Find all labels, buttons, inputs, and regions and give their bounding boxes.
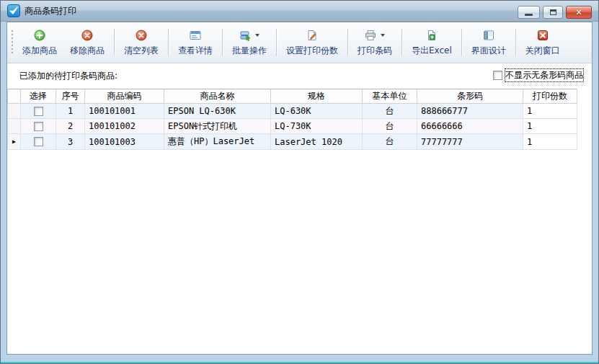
export-excel-icon bbox=[426, 30, 438, 41]
export-excel-button[interactable]: 导出Excel bbox=[405, 25, 458, 61]
toolbar-separator bbox=[222, 29, 223, 56]
checkbox-label: 不显示无条形码商品 bbox=[505, 69, 583, 81]
add-circle-icon bbox=[34, 30, 45, 41]
toolbar: 添加商品 移除商品 清空列表 bbox=[7, 22, 592, 63]
cell-barcode[interactable]: 66666666 bbox=[417, 119, 523, 134]
column-header-select[interactable]: 选择 bbox=[21, 89, 56, 104]
set-copies-icon bbox=[306, 30, 318, 41]
toolbar-separator bbox=[461, 29, 462, 56]
cell-code[interactable]: 100101002 bbox=[85, 119, 164, 134]
batch-operation-button[interactable]: 批量操作 bbox=[226, 25, 273, 61]
table-row[interactable]: 1 100101001 EPSON LQ-630K LQ-630K 台 8886… bbox=[8, 104, 577, 119]
button-label: 关闭窗口 bbox=[525, 45, 560, 57]
button-label: 导出Excel bbox=[412, 45, 452, 57]
batch-icon bbox=[239, 30, 251, 41]
cell-name[interactable]: EPSON针式打印机 bbox=[164, 119, 271, 134]
button-label: 清空列表 bbox=[124, 45, 159, 57]
app-logo-icon bbox=[7, 4, 20, 17]
remove-product-button[interactable]: 移除商品 bbox=[63, 25, 111, 61]
product-table: 选择 序号 商品编码 商品名称 规格 基本单位 条形码 打印份数 1 bbox=[7, 89, 577, 150]
button-label: 移除商品 bbox=[70, 45, 105, 57]
close-window-button[interactable]: 关闭窗口 bbox=[519, 25, 567, 61]
cell-unit[interactable]: 台 bbox=[363, 119, 417, 134]
row-indicator-cell: ▶ bbox=[8, 134, 21, 150]
toolbar-separator bbox=[276, 29, 277, 56]
cell-index[interactable]: 2 bbox=[56, 119, 85, 134]
hide-no-barcode-checkbox[interactable]: 不显示无条形码商品 bbox=[493, 69, 583, 81]
details-panel-icon bbox=[190, 30, 201, 41]
app-window: 商品条码打印 ✕ 添加商品 bbox=[0, 0, 599, 364]
maximize-icon bbox=[550, 9, 556, 15]
maximize-button[interactable] bbox=[543, 6, 563, 19]
column-header-copies[interactable]: 打印份数 bbox=[523, 89, 577, 104]
clear-circle-icon bbox=[136, 30, 147, 41]
button-label: 设置打印份数 bbox=[286, 45, 338, 57]
checkbox-icon[interactable] bbox=[493, 71, 502, 80]
client-area: 添加商品 移除商品 清空列表 bbox=[6, 22, 593, 355]
button-label: 打印条码 bbox=[358, 45, 392, 57]
toolbar-grip[interactable] bbox=[9, 30, 14, 55]
cell-code[interactable]: 100101003 bbox=[85, 134, 164, 150]
pending-list-label: 已添加的待打印条码商品: bbox=[19, 70, 117, 82]
row-checkbox-icon[interactable] bbox=[34, 122, 43, 131]
column-header-spec[interactable]: 规格 bbox=[271, 89, 363, 104]
window-bottom-edge bbox=[1, 362, 598, 363]
button-label: 界面设计 bbox=[471, 45, 506, 57]
table-row-current[interactable]: ▶ 3 100101003 惠普（HP）LaserJet LaserJet 10… bbox=[8, 134, 577, 150]
dropdown-caret-icon bbox=[255, 34, 259, 37]
column-header-unit[interactable]: 基本单位 bbox=[363, 89, 417, 104]
cell-copies[interactable]: 1 bbox=[523, 104, 577, 119]
titlebar[interactable]: 商品条码打印 ✕ bbox=[1, 1, 598, 22]
button-label: 批量操作 bbox=[232, 45, 267, 57]
table-header-row: 选择 序号 商品编码 商品名称 规格 基本单位 条形码 打印份数 bbox=[8, 89, 577, 104]
toolbar-separator bbox=[168, 29, 169, 56]
minimize-button[interactable] bbox=[518, 6, 540, 19]
cell-name[interactable]: EPSON LQ-630K bbox=[164, 104, 271, 119]
cell-barcode[interactable]: 77777777 bbox=[417, 134, 523, 150]
cell-name[interactable]: 惠普（HP）LaserJet bbox=[164, 134, 271, 150]
cell-index[interactable]: 1 bbox=[56, 104, 85, 119]
printer-icon bbox=[365, 30, 376, 41]
cell-index[interactable]: 3 bbox=[56, 134, 85, 150]
cell-spec[interactable]: LaserJet 1020 bbox=[271, 134, 363, 150]
row-select-cell[interactable] bbox=[21, 134, 56, 150]
row-checkbox-icon[interactable] bbox=[34, 107, 43, 116]
row-indicator-header bbox=[8, 89, 21, 104]
close-button[interactable]: ✕ bbox=[566, 6, 592, 19]
row-checkbox-icon[interactable] bbox=[34, 137, 43, 146]
column-header-index[interactable]: 序号 bbox=[56, 89, 85, 104]
toolbar-separator bbox=[347, 29, 348, 56]
cell-code[interactable]: 100101001 bbox=[85, 104, 164, 119]
row-select-cell[interactable] bbox=[21, 119, 56, 134]
clear-list-button[interactable]: 清空列表 bbox=[117, 25, 165, 61]
toolbar-separator bbox=[401, 29, 402, 56]
table-row[interactable]: 2 100101002 EPSON针式打印机 LQ-730K 台 6666666… bbox=[8, 119, 577, 134]
view-details-button[interactable]: 查看详情 bbox=[172, 25, 219, 61]
dropdown-caret-icon bbox=[381, 34, 385, 37]
ui-design-button[interactable]: 界面设计 bbox=[465, 25, 513, 61]
cell-copies[interactable]: 1 bbox=[523, 119, 577, 134]
cell-spec[interactable]: LQ-630K bbox=[271, 104, 363, 119]
close-window-icon bbox=[537, 30, 549, 41]
toolbar-separator bbox=[515, 29, 516, 56]
column-header-barcode[interactable]: 条形码 bbox=[417, 89, 523, 104]
cell-barcode[interactable]: 888666777 bbox=[417, 104, 523, 119]
cell-unit[interactable]: 台 bbox=[363, 104, 417, 119]
ui-design-icon bbox=[483, 30, 494, 41]
button-label: 添加商品 bbox=[22, 45, 57, 57]
column-header-name[interactable]: 商品名称 bbox=[164, 89, 271, 104]
remove-circle-icon bbox=[81, 30, 93, 41]
toolbar-separator bbox=[114, 29, 115, 56]
cell-copies[interactable]: 1 bbox=[523, 134, 577, 150]
close-icon: ✕ bbox=[575, 9, 582, 17]
row-indicator-cell bbox=[8, 104, 21, 119]
column-header-code[interactable]: 商品编码 bbox=[85, 89, 164, 104]
row-select-cell[interactable] bbox=[21, 104, 56, 119]
button-label: 查看详情 bbox=[178, 45, 213, 57]
cell-spec[interactable]: LQ-730K bbox=[271, 119, 363, 134]
set-print-copies-button[interactable]: 设置打印份数 bbox=[280, 25, 345, 61]
print-barcode-button[interactable]: 打印条码 bbox=[351, 25, 399, 61]
cell-unit[interactable]: 台 bbox=[363, 134, 417, 150]
minimize-icon bbox=[525, 14, 533, 16]
add-product-button[interactable]: 添加商品 bbox=[16, 25, 63, 61]
